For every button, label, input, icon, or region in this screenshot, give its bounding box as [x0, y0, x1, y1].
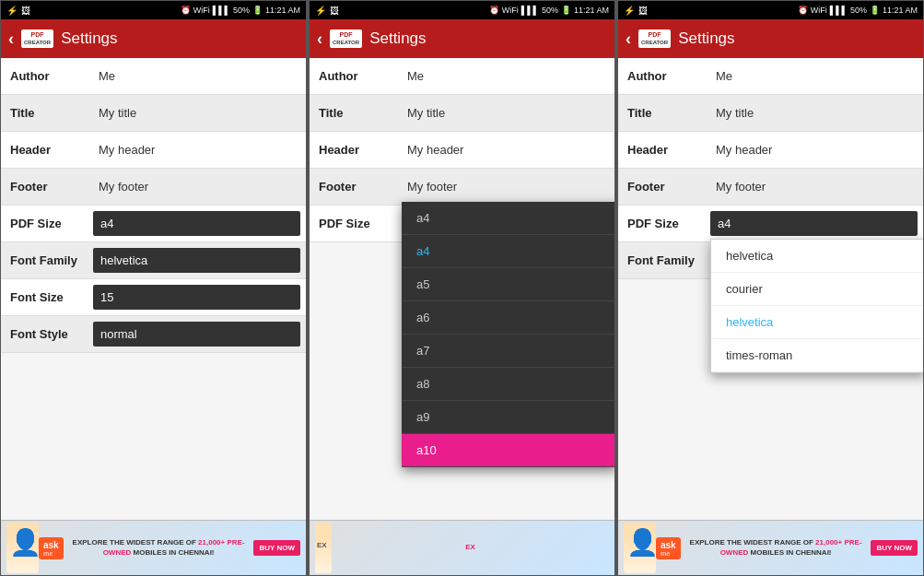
setting-value-font-size: 15: [93, 285, 300, 310]
dropdown-item[interactable]: a10: [402, 434, 615, 467]
setting-row[interactable]: Font Size15: [1, 279, 306, 316]
setting-value-author: Me: [93, 62, 306, 90]
setting-value-pdf-size: a4: [93, 211, 300, 236]
buy-now-button[interactable]: BUY NOW: [253, 540, 300, 556]
banner-highlight: 21,000+ PRE-OWNED: [103, 538, 245, 556]
dropdown-item[interactable]: a7: [402, 335, 615, 368]
setting-value-footer: My footer: [93, 172, 306, 201]
signal-icon: ▌▌▌: [213, 6, 230, 15]
setting-label-font-family: Font Family: [1, 246, 93, 275]
status-bar-right: ⏰ WiFi ▌▌▌ 50% 🔋 11:21 AM: [181, 6, 300, 15]
setting-row[interactable]: Font Stylenormal: [1, 316, 306, 353]
banner-person: [6, 523, 39, 573]
dropdown-item[interactable]: a8: [402, 368, 615, 401]
setting-value-title: My title: [93, 99, 306, 127]
setting-value-font-family: helvetica: [93, 248, 300, 273]
screen-2: ⚡ 🖼 ⏰ WiFi ▌▌▌ 50% 🔋 11:21 AM ‹ PDF CREA…: [309, 0, 615, 576]
time-display: 11:21 AM: [265, 6, 300, 15]
dropdown-item[interactable]: helvetica: [711, 240, 924, 273]
setting-label-font-style: Font Style: [1, 320, 93, 348]
wifi-icon: WiFi: [193, 6, 210, 15]
battery-percent: 50%: [233, 6, 250, 15]
dropdown-overlay[interactable]: helveticacourierhelveticatimes-roman: [618, 1, 923, 575]
top-bar: ‹ PDF CREATOR Settings: [1, 19, 306, 58]
setting-value-font-style: normal: [93, 322, 300, 347]
setting-label-font-size: Font Size: [1, 283, 93, 312]
setting-row[interactable]: Font Familyhelvetica: [1, 242, 306, 279]
dropdown-item[interactable]: courier: [711, 273, 924, 306]
back-button[interactable]: ‹: [8, 29, 14, 49]
setting-row[interactable]: AuthorMe: [1, 58, 306, 95]
dropdown-item[interactable]: a5: [402, 268, 615, 301]
alarm-icon: ⏰: [181, 6, 191, 15]
pdf-creator-logo: PDF CREATOR: [21, 29, 53, 48]
setting-row[interactable]: HeaderMy header: [1, 132, 306, 169]
setting-label-title: Title: [1, 99, 93, 127]
dropdown-item[interactable]: a4: [402, 235, 615, 268]
setting-row[interactable]: PDF Sizea4: [1, 206, 306, 242]
dropdown-item[interactable]: a6: [402, 301, 615, 335]
dropdown-overlay[interactable]: a4a4a5a6a7a8a9a10: [310, 1, 614, 575]
setting-label-header: Header: [1, 135, 93, 164]
status-bar: ⚡ 🖼 ⏰ WiFi ▌▌▌ 50% 🔋 11:21 AM: [1, 1, 306, 19]
dropdown-item[interactable]: a9: [402, 401, 615, 434]
settings-list: AuthorMeTitleMy titleHeaderMy headerFoot…: [1, 58, 306, 520]
screen-3: ⚡ 🖼 ⏰ WiFi ▌▌▌ 50% 🔋 11:21 AM ‹ PDF CREA…: [617, 0, 924, 576]
dropdown-item[interactable]: a4: [402, 202, 615, 235]
setting-label-footer: Footer: [1, 172, 93, 201]
setting-value-header: My header: [93, 135, 306, 164]
banner-ask-logo: askme: [39, 537, 64, 559]
status-bar-left: ⚡ 🖼: [6, 6, 30, 16]
screen-1: ⚡ 🖼 ⏰ WiFi ▌▌▌ 50% 🔋 11:21 AM ‹ PDF CREA…: [0, 0, 307, 576]
dropdown-item[interactable]: times-roman: [711, 339, 924, 372]
image-icon: 🖼: [21, 6, 30, 16]
setting-label-pdf-size: PDF Size: [1, 209, 93, 238]
usb-icon: ⚡: [6, 6, 18, 16]
dropdown-item[interactable]: helvetica: [711, 306, 924, 339]
dropdown-box: helveticacourierhelveticatimes-roman: [710, 239, 924, 373]
screens-container: ⚡ 🖼 ⏰ WiFi ▌▌▌ 50% 🔋 11:21 AM ‹ PDF CREA…: [0, 0, 924, 576]
banner-ad-text: EXPLORE THE WIDEST RANGE OF 21,000+ PRE-…: [64, 538, 254, 558]
setting-row[interactable]: TitleMy title: [1, 95, 306, 132]
screen-title: Settings: [61, 29, 117, 48]
banner-ad[interactable]: askme EXPLORE THE WIDEST RANGE OF 21,000…: [1, 520, 306, 575]
dropdown-box: a4a4a5a6a7a8a9a10: [402, 202, 615, 467]
setting-row[interactable]: FooterMy footer: [1, 169, 306, 206]
battery-icon: 🔋: [252, 6, 263, 15]
setting-label-author: Author: [1, 62, 93, 90]
